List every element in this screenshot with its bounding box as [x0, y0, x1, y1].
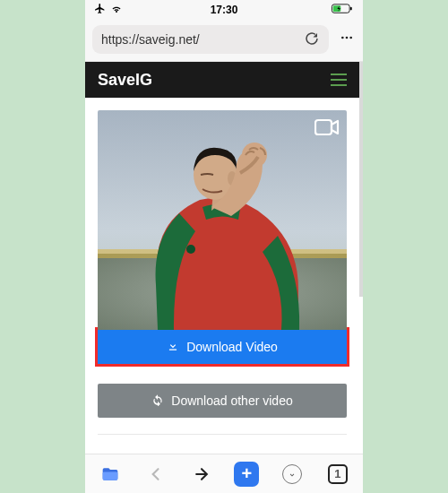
- svg-rect-13: [315, 120, 332, 134]
- status-bar: 17:30: [85, 0, 363, 20]
- download-icon: [167, 340, 179, 355]
- svg-point-12: [186, 245, 195, 254]
- plus-icon: +: [242, 463, 253, 484]
- svg-point-4: [346, 36, 349, 39]
- battery-charging-icon: [331, 4, 354, 17]
- url-field[interactable]: https://saveig.net/: [92, 25, 329, 54]
- phone-frame: 17:30 https://saveig.net/ SaveIG: [85, 0, 363, 493]
- wifi-icon: [110, 4, 123, 17]
- video-camera-icon: [314, 117, 340, 137]
- page-content-wrap: SaveIG: [85, 62, 363, 454]
- status-time: 17:30: [211, 4, 238, 16]
- tabs-button[interactable]: 1: [325, 462, 350, 487]
- svg-point-5: [349, 36, 352, 39]
- tab-count: 1: [328, 464, 348, 484]
- download-video-label: Download Video: [186, 340, 278, 354]
- hamburger-menu-icon[interactable]: [331, 74, 347, 86]
- media-card: Download Video: [98, 110, 347, 364]
- back-arrow-icon[interactable]: [143, 462, 168, 487]
- scrollbar[interactable]: [359, 62, 363, 297]
- airplane-icon: [94, 3, 106, 17]
- forward-arrow-icon[interactable]: [189, 462, 214, 487]
- app-brand: SaveIG: [98, 71, 152, 90]
- video-thumbnail[interactable]: [98, 110, 347, 330]
- new-tab-button[interactable]: +: [234, 462, 259, 487]
- downloads-button[interactable]: [280, 462, 305, 487]
- svg-point-3: [341, 36, 344, 39]
- more-menu-icon[interactable]: [338, 30, 356, 49]
- download-other-button[interactable]: Download other video: [98, 384, 347, 418]
- app-header: SaveIG: [85, 62, 359, 98]
- divider: [98, 434, 347, 435]
- refresh-icon[interactable]: [304, 30, 320, 49]
- download-video-button[interactable]: Download Video: [98, 330, 347, 364]
- refresh-alt-icon: [151, 394, 164, 409]
- browser-url-bar: https://saveig.net/: [85, 20, 363, 62]
- svg-rect-2: [350, 6, 352, 9]
- url-text: https://saveig.net/: [101, 32, 297, 47]
- browser-bottom-toolbar: + 1: [85, 454, 363, 493]
- download-other-label: Download other video: [171, 394, 292, 408]
- files-folder-icon[interactable]: [98, 462, 123, 487]
